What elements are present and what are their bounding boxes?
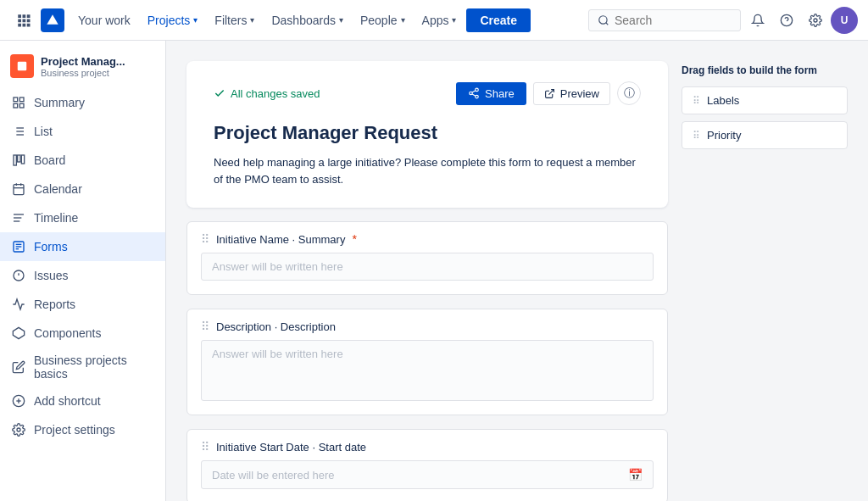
calendar-icon <box>10 181 27 198</box>
svg-rect-6 <box>18 23 21 26</box>
list-icon <box>10 123 27 140</box>
sidebar-label-business-projects: Business projects basics <box>34 353 155 381</box>
svg-point-47 <box>476 88 479 92</box>
sidebar-item-forms[interactable]: Forms <box>0 232 165 261</box>
calendar-icon-start: 📅 <box>628 468 643 482</box>
reports-icon <box>10 296 27 313</box>
sidebar-label-board: Board <box>34 153 65 167</box>
sidebar-item-list[interactable]: List <box>0 117 165 146</box>
svg-rect-18 <box>19 103 24 108</box>
sidebar-item-issues[interactable]: Issues <box>0 261 165 290</box>
field-label-start-date: Initiative Start Date · Start date <box>216 441 366 454</box>
project-icon <box>10 54 34 78</box>
sidebar-item-reports[interactable]: Reports <box>0 290 165 319</box>
drag-handle-start[interactable]: ⠿ <box>201 440 209 454</box>
sidebar-item-business-projects-basics[interactable]: Business projects basics <box>0 348 165 387</box>
sidebar-item-components[interactable]: Components <box>0 319 165 348</box>
form-actions: Share Preview ⓘ <box>456 81 641 105</box>
sidebar-label-project-settings: Project settings <box>34 423 115 437</box>
svg-rect-26 <box>18 155 20 162</box>
nav-your-work[interactable]: Your work <box>71 10 137 31</box>
textarea-placeholder-description: Answer will be written here <box>201 340 654 401</box>
create-button[interactable]: Create <box>466 8 531 32</box>
sidebar-item-project-settings[interactable]: Project settings <box>0 415 165 444</box>
right-panel-title: Drag fields to build the form <box>682 61 848 76</box>
svg-rect-3 <box>18 19 21 22</box>
right-panel: Drag fields to build the form ⠿ Labels ⠿… <box>682 61 848 481</box>
svg-rect-16 <box>19 97 24 102</box>
nav-filters[interactable]: Filters ▾ <box>208 10 261 31</box>
drag-field-label-priority: Priority <box>707 129 741 142</box>
help-icon[interactable] <box>773 7 800 34</box>
form-description: Need help managing a large initiative? P… <box>214 154 641 187</box>
business-projects-icon <box>10 359 27 376</box>
svg-point-9 <box>599 15 607 23</box>
svg-rect-25 <box>14 155 16 165</box>
svg-rect-27 <box>21 155 24 164</box>
drag-dots-labels: ⠿ <box>693 95 700 107</box>
saved-indicator: All changes saved <box>214 87 320 100</box>
field-input-initiative-name: Answer will be written here <box>201 253 654 281</box>
drag-dots-priority: ⠿ <box>693 130 700 142</box>
grid-menu-icon[interactable] <box>10 7 37 34</box>
svg-marker-42 <box>13 327 24 338</box>
form-container: All changes saved Share Preview ⓘ <box>186 61 668 481</box>
sidebar-label-timeline: Timeline <box>34 211 78 225</box>
components-icon <box>10 325 27 342</box>
svg-point-48 <box>470 92 473 95</box>
issues-icon <box>10 267 27 284</box>
svg-point-49 <box>476 95 479 98</box>
sidebar-item-calendar[interactable]: Calendar <box>0 175 165 203</box>
field-input-start-date: Date will be entered here 📅 <box>201 460 654 489</box>
drag-handle[interactable]: ⠿ <box>201 232 209 246</box>
svg-rect-7 <box>23 23 26 26</box>
svg-rect-14 <box>18 62 27 71</box>
sidebar: Project Manag... Business project Summar… <box>0 41 166 501</box>
svg-rect-15 <box>14 97 18 102</box>
forms-icon <box>10 238 27 255</box>
sidebar-project-header[interactable]: Project Manag... Business project <box>0 41 165 85</box>
main-layout: Project Manag... Business project Summar… <box>0 41 868 501</box>
sidebar-item-add-shortcut[interactable]: Add shortcut <box>0 387 165 415</box>
settings-icon[interactable] <box>802 7 829 34</box>
app-logo[interactable] <box>41 8 64 32</box>
search-box[interactable] <box>588 9 741 31</box>
svg-rect-8 <box>27 23 31 26</box>
sidebar-item-summary[interactable]: Summary <box>0 88 165 117</box>
sidebar-item-timeline[interactable]: Timeline <box>0 203 165 232</box>
share-icon <box>468 87 480 99</box>
check-icon <box>214 87 225 99</box>
nav-projects[interactable]: Projects ▾ <box>141 10 205 31</box>
svg-rect-17 <box>14 103 18 108</box>
drag-field-labels[interactable]: ⠿ Labels <box>682 86 848 114</box>
svg-point-46 <box>17 428 20 431</box>
svg-line-51 <box>472 91 476 92</box>
saved-text: All changes saved <box>231 87 320 100</box>
drag-field-priority[interactable]: ⠿ Priority <box>682 121 848 149</box>
info-button[interactable]: ⓘ <box>617 81 641 105</box>
nav-dashboards[interactable]: Dashboards ▾ <box>264 10 350 31</box>
summary-icon <box>10 94 27 111</box>
project-settings-icon <box>10 421 27 438</box>
external-link-icon <box>544 88 555 99</box>
sidebar-label-add-shortcut: Add shortcut <box>34 394 101 408</box>
sidebar-label-reports: Reports <box>34 298 75 311</box>
preview-button[interactable]: Preview <box>533 82 610 105</box>
sidebar-label-calendar: Calendar <box>34 182 82 196</box>
avatar[interactable]: U <box>831 7 858 34</box>
drag-handle-desc[interactable]: ⠿ <box>201 320 209 333</box>
sidebar-label-components: Components <box>34 326 101 340</box>
field-description: ⠿ Description · Description Answer will … <box>186 309 668 415</box>
search-input[interactable] <box>615 14 716 27</box>
svg-rect-0 <box>18 14 21 18</box>
nav-apps[interactable]: Apps ▾ <box>415 10 464 31</box>
share-button[interactable]: Share <box>456 82 526 105</box>
svg-rect-5 <box>27 19 31 22</box>
notifications-icon[interactable] <box>744 7 771 34</box>
top-navigation: Your work Projects ▾ Filters ▾ Dashboard… <box>0 0 868 41</box>
nav-people[interactable]: People ▾ <box>353 10 412 31</box>
svg-line-10 <box>606 22 609 25</box>
content-area: All changes saved Share Preview ⓘ <box>166 41 868 501</box>
sidebar-item-board[interactable]: Board <box>0 146 165 175</box>
sidebar-label-summary: Summary <box>34 96 85 109</box>
